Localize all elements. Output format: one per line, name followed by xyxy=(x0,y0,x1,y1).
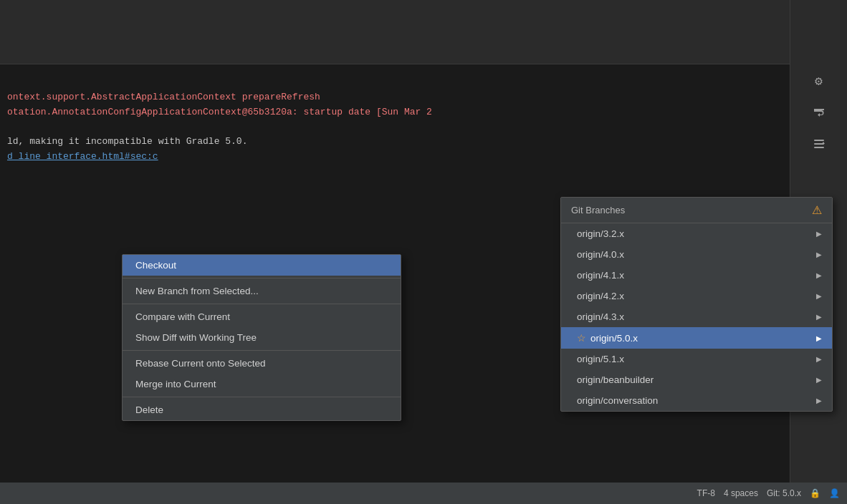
branch-item-3-2-x[interactable]: origin/3.2.x ▶ xyxy=(561,223,832,244)
branch-item-5-0-x[interactable]: ☆origin/5.0.x ▶ xyxy=(561,327,832,349)
branch-arrow-icon: ▶ xyxy=(816,313,822,321)
git-branches-panel: Git Branches ⚠ origin/3.2.x ▶ origin/4.0… xyxy=(560,197,833,412)
scroll-icon[interactable] xyxy=(806,131,832,157)
encoding-label: TF-8 xyxy=(697,488,715,498)
svg-marker-3 xyxy=(822,142,825,144)
git-branches-header: Git Branches ⚠ xyxy=(561,198,832,223)
warning-icon: ⚠ xyxy=(812,203,822,217)
git-branches-title: Git Branches xyxy=(571,205,625,215)
branch-arrow-icon: ▶ xyxy=(816,397,822,404)
compare-current-menu-item[interactable]: Compare with Current xyxy=(123,306,401,327)
branch-name: origin/4.0.x xyxy=(577,249,624,260)
lock-icon: 🔒 xyxy=(810,488,820,498)
checkout-menu-item[interactable]: Checkout xyxy=(123,255,401,276)
show-diff-menu-item[interactable]: Show Diff with Working Tree xyxy=(123,327,401,348)
branch-name: origin/4.3.x xyxy=(577,311,624,322)
branch-name: ☆origin/5.0.x xyxy=(577,332,638,344)
menu-divider xyxy=(123,304,401,304)
svg-rect-0 xyxy=(814,140,824,141)
console-line xyxy=(7,120,783,135)
branch-name: origin/3.2.x xyxy=(577,228,624,239)
svg-rect-2 xyxy=(814,147,824,148)
branch-item-4-3-x[interactable]: origin/4.3.x ▶ xyxy=(561,306,832,327)
merge-menu-item[interactable]: Merge into Current xyxy=(123,374,401,394)
delete-menu-item[interactable]: Delete xyxy=(123,399,401,420)
console-line xyxy=(7,75,783,90)
rebase-menu-item[interactable]: Rebase Current onto Selected xyxy=(123,353,401,374)
branch-name: origin/beanbuilder xyxy=(577,374,654,385)
branch-arrow-icon: ▶ xyxy=(816,334,822,342)
git-label: Git: 5.0.x xyxy=(767,488,801,498)
branch-item-conversation[interactable]: origin/conversation ▶ xyxy=(561,390,832,411)
status-bar: TF-8 4 spaces Git: 5.0.x 🔒 👤 xyxy=(0,483,847,504)
branch-name: origin/4.1.x xyxy=(577,270,624,281)
indent-label: 4 spaces xyxy=(724,488,758,498)
menu-divider xyxy=(123,350,401,351)
branch-arrow-icon: ▶ xyxy=(816,271,822,279)
branch-item-4-0-x[interactable]: origin/4.0.x ▶ xyxy=(561,244,832,265)
star-icon: ☆ xyxy=(577,332,586,344)
wrap-icon[interactable] xyxy=(806,100,832,125)
console-line: ontext.support.AbstractApplicationContex… xyxy=(7,90,783,105)
branch-item-beanbuilder[interactable]: origin/beanbuilder ▶ xyxy=(561,369,832,390)
new-branch-menu-item[interactable]: New Branch from Selected... xyxy=(123,281,401,301)
indent-status: 4 spaces xyxy=(724,488,758,498)
branch-item-4-1-x[interactable]: origin/4.1.x ▶ xyxy=(561,265,832,286)
git-status: Git: 5.0.x xyxy=(767,488,801,498)
branch-name: origin/5.1.x xyxy=(577,354,624,364)
console-line-link[interactable]: d_line_interface.html#sec:c xyxy=(7,150,783,165)
branch-name: origin/conversation xyxy=(577,395,658,406)
console-line: otation.AnnotationConfigApplicationConte… xyxy=(7,105,783,120)
branch-arrow-icon: ▶ xyxy=(816,355,822,363)
menu-divider xyxy=(123,397,401,397)
branch-arrow-icon: ▶ xyxy=(816,292,822,300)
lock-status: 🔒 xyxy=(810,488,820,498)
encoding-status: TF-8 xyxy=(697,488,715,498)
console-line: ld, making it incompatible with Gradle 5… xyxy=(7,135,783,150)
menu-divider xyxy=(123,278,401,278)
gear-icon[interactable]: ⚙ xyxy=(806,68,832,94)
branch-arrow-icon: ▶ xyxy=(816,251,822,258)
branch-name: origin/4.2.x xyxy=(577,291,624,301)
top-toolbar xyxy=(0,0,847,64)
user-icon: 👤 xyxy=(829,488,840,498)
branch-item-4-2-x[interactable]: origin/4.2.x ▶ xyxy=(561,286,832,306)
branch-item-5-1-x[interactable]: origin/5.1.x ▶ xyxy=(561,349,832,369)
branch-arrow-icon: ▶ xyxy=(816,376,822,384)
user-status: 👤 xyxy=(829,488,840,498)
branch-arrow-icon: ▶ xyxy=(816,230,822,238)
context-menu: Checkout New Branch from Selected... Com… xyxy=(122,254,401,421)
